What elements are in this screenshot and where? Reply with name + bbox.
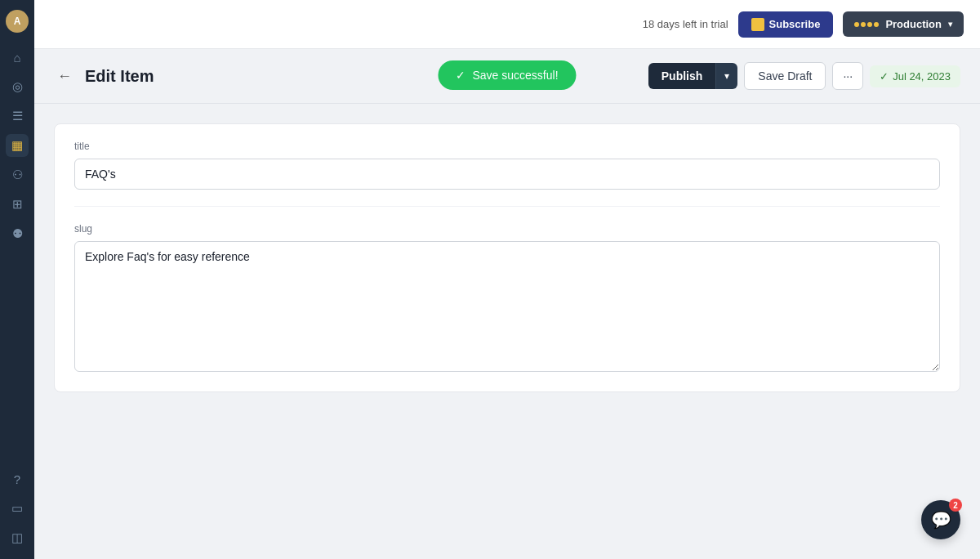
chevron-down-icon: ▾ <box>724 70 729 82</box>
more-options-button[interactable]: ··· <box>832 62 863 90</box>
trial-text: 18 days left in trial <box>643 18 728 30</box>
back-button[interactable]: ← <box>54 65 75 88</box>
save-draft-button[interactable]: Save Draft <box>744 62 826 90</box>
sidebar-item-activity[interactable]: ◎ <box>6 75 29 98</box>
sidebar-item-team[interactable]: ⚉ <box>6 222 29 245</box>
main-content: 18 days left in trial Subscribe Producti… <box>34 0 980 559</box>
edit-header-left: ← Edit Item <box>54 65 154 88</box>
sidebar-item-documents[interactable]: ☰ <box>6 105 29 127</box>
chat-badge: 2 <box>949 499 962 512</box>
sidebar-item-users[interactable]: ⚇ <box>6 163 29 186</box>
production-icon <box>854 22 879 27</box>
back-icon: ← <box>57 68 72 85</box>
edit-header-right: Publish ▾ Save Draft ··· ✓ Jul 24, 2023 <box>648 62 960 90</box>
sidebar-item-terminal[interactable]: ▭ <box>6 497 29 520</box>
chat-button[interactable]: 💬 2 <box>921 500 960 539</box>
publish-dropdown-button[interactable]: ▾ <box>715 63 737 89</box>
subscribe-button[interactable]: Subscribe <box>738 11 834 38</box>
slug-field-label: slug <box>74 223 940 235</box>
publish-button[interactable]: Publish <box>648 63 716 89</box>
sidebar-item-home[interactable]: ⌂ <box>6 46 29 69</box>
sidebar-item-images[interactable]: ⊞ <box>6 193 29 216</box>
slug-input[interactable]: Explore Faq's for easy reference <box>74 241 940 372</box>
content-area: ✓ Save successful! ← Edit Item Publish ▾… <box>34 49 980 559</box>
subscribe-icon <box>751 18 764 31</box>
sidebar-item-layers[interactable]: ◫ <box>6 526 29 549</box>
check-icon: ✓ <box>456 69 466 82</box>
title-field-label: title <box>74 141 940 152</box>
publish-button-group: Publish ▾ <box>648 63 738 89</box>
save-date-badge: ✓ Jul 24, 2023 <box>870 65 960 87</box>
chevron-down-icon: ▾ <box>948 20 952 29</box>
topbar: 18 days left in trial Subscribe Producti… <box>34 0 980 49</box>
form-area: title slug Explore Faq's for easy refere… <box>34 104 980 412</box>
sidebar-item-help[interactable]: ? <box>6 467 29 490</box>
page-title: Edit Item <box>85 67 154 86</box>
chat-icon: 💬 <box>931 510 951 530</box>
title-input[interactable] <box>74 159 940 190</box>
production-button[interactable]: Production ▾ <box>843 11 964 37</box>
sidebar-item-grid[interactable]: ▦ <box>6 134 29 157</box>
avatar[interactable]: A <box>6 10 29 33</box>
check-icon: ✓ <box>880 70 889 83</box>
field-divider <box>74 206 940 207</box>
save-toast: ✓ Save successful! <box>438 60 576 90</box>
sidebar: A ⌂ ◎ ☰ ▦ ⚇ ⊞ ⚉ ? ▭ ◫ <box>0 0 34 559</box>
form-card: title slug Explore Faq's for easy refere… <box>54 123 960 392</box>
